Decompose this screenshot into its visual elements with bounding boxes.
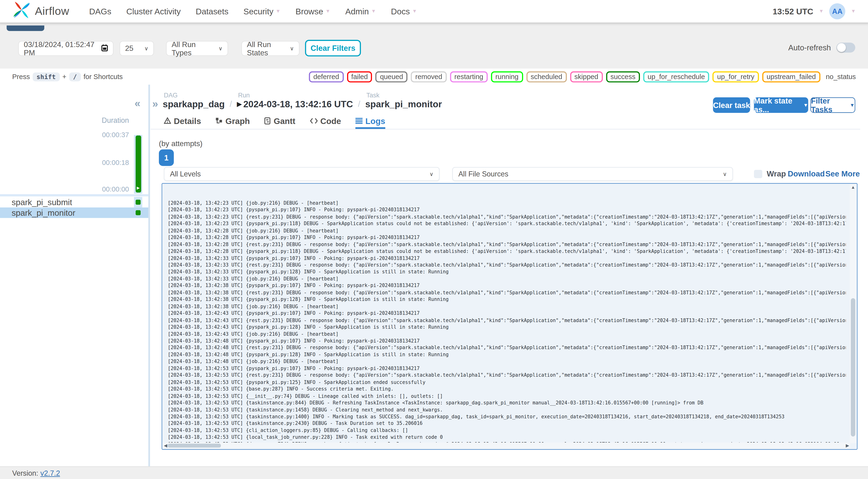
chevron-down-icon[interactable]: ▼ (851, 8, 856, 14)
collapse-sidebar-button[interactable]: « (134, 97, 140, 109)
attempt-1-button[interactable]: 1 (159, 150, 174, 166)
state-badge[interactable]: up_for_retry (713, 71, 759, 82)
dag-link[interactable]: sparkapp_dag (163, 99, 225, 109)
tab-code[interactable]: Code (310, 117, 341, 129)
task-row-spark-pi-submit[interactable]: spark_pi_submit (0, 197, 148, 207)
calendar-icon[interactable] (101, 44, 108, 53)
log-line: [2024-03-18, 13:42:28 UTC] {pyspark_pi.p… (167, 234, 846, 241)
nav-item-dags[interactable]: DAGs (89, 6, 111, 16)
log-line: [2024-03-18, 13:42:43 UTC] {rest.py:231}… (167, 317, 846, 323)
wrap-label: Wrap (767, 169, 786, 178)
log-line: [2024-03-18, 13:42:28 UTC] {pyspark_pi.p… (167, 248, 846, 255)
task-status-square-success[interactable] (135, 210, 141, 215)
utc-clock[interactable]: 13:52 UTC (773, 6, 813, 16)
dag-run-duration-bar[interactable] (135, 135, 141, 192)
log-line: [2024-03-18, 13:42:53 UTC] {taskinstance… (167, 400, 846, 406)
tab-logs[interactable]: Logs (355, 117, 385, 129)
task-name[interactable]: spark_pi_monitor (11, 208, 75, 217)
duration-axis-title: Duration (102, 116, 129, 124)
airflow-brand[interactable]: Airflow (12, 0, 69, 22)
log-line: [2024-03-18, 13:42:48 UTC] {pyspark_pi.p… (167, 351, 846, 358)
chevron-down-icon[interactable]: ▼ (819, 8, 824, 14)
state-badge[interactable]: deferred (309, 71, 343, 82)
log-line: [2024-03-18, 13:42:38 UTC] {pyspark_pi.p… (167, 296, 846, 303)
log-line: [2024-03-18, 13:42:53 UTC] {base.py:287}… (167, 386, 846, 392)
log-source-select[interactable]: All File Sources∨ (452, 167, 733, 181)
see-more-link[interactable]: See More (826, 169, 860, 178)
version-link[interactable]: v2.7.2 (40, 469, 60, 477)
clipped-button-fragment[interactable] (7, 25, 44, 31)
log-line: [2024-03-18, 13:42:53 UTC] {pyspark_pi.p… (167, 365, 846, 372)
run-states-select[interactable]: All Run States∨ (241, 41, 300, 56)
task-link[interactable]: spark_pi_monitor (365, 99, 442, 109)
nav-item-admin[interactable]: Admin▼ (345, 6, 376, 16)
vertical-scrollbar[interactable]: ▲ (850, 184, 856, 443)
state-badge[interactable]: removed (411, 71, 446, 82)
horizontal-scrollbar[interactable]: ◀ ▶ (163, 443, 850, 449)
task-row-spark-pi-monitor[interactable]: spark_pi_monitor (0, 207, 148, 218)
download-log-link[interactable]: Download (788, 169, 825, 178)
expand-panel-button[interactable]: » (152, 98, 158, 110)
footer: Version: v2.7.2 (0, 466, 868, 479)
state-badge[interactable]: failed (347, 71, 372, 82)
nav-item-docs[interactable]: Docs▼ (391, 6, 417, 16)
wrap-checkbox[interactable] (754, 170, 762, 178)
log-level-select[interactable]: All Levels∨ (164, 167, 439, 181)
log-lines: [2024-03-18, 13:42:23 UTC] {job.py:216} … (167, 186, 846, 443)
chevron-down-icon: ∨ (290, 45, 294, 52)
log-line: [2024-03-18, 13:42:53 UTC] {taskinstance… (167, 420, 846, 427)
breadcrumb-run: Run ▶2024-03-18, 13:42:16 UTC (237, 92, 353, 109)
manual-run-icon: ▶ (237, 101, 242, 108)
clear-filters-button[interactable]: Clear Filters (305, 40, 361, 57)
task-name[interactable]: spark_pi_submit (11, 197, 72, 207)
scroll-left-icon[interactable]: ◀ (164, 444, 167, 448)
state-badge[interactable]: restarting (450, 71, 488, 82)
state-badge[interactable]: running (491, 71, 523, 82)
tab-graph[interactable]: Graph (215, 117, 250, 129)
filter-bar: 03/18/2024, 01:52:47 PM 25∨ All Run Type… (0, 23, 868, 68)
auto-refresh-toggle[interactable] (836, 42, 855, 53)
log-output-panel[interactable]: [2024-03-18, 13:42:23 UTC] {job.py:216} … (162, 183, 858, 450)
state-badge[interactable]: skipped (570, 71, 603, 82)
horizontal-scroll-thumb[interactable] (167, 444, 221, 447)
slash-key: / (69, 72, 81, 81)
no-status-label[interactable]: no_status (826, 73, 856, 81)
breadcrumb: DAG sparkapp_dag / Run ▶2024-03-18, 13:4… (163, 92, 442, 109)
duration-tick: 00:00:37 (102, 131, 129, 139)
page-size-select[interactable]: 25∨ (120, 41, 154, 56)
scroll-up-icon[interactable]: ▲ (850, 185, 856, 190)
date-filter-input[interactable]: 03/18/2024, 01:52:47 PM (18, 41, 114, 56)
clear-task-button[interactable]: Clear task (713, 97, 750, 113)
log-line: [2024-03-18, 13:42:53 UTC] {pyspark_pi.p… (167, 379, 846, 386)
nav-menu: DAGs Cluster Activity Datasets Security▼… (89, 6, 417, 16)
avatar[interactable]: AA (829, 3, 845, 19)
log-line: [2024-03-18, 13:42:43 UTC] {pyspark_pi.p… (167, 310, 846, 317)
mark-state-button[interactable]: Mark state as...▼ (754, 97, 808, 113)
graph-icon (215, 117, 223, 124)
nav-item-security[interactable]: Security▼ (243, 6, 281, 16)
breadcrumb-separator: / (230, 99, 232, 109)
toggle-knob (837, 43, 846, 52)
log-line: [2024-03-18, 13:42:38 UTC] {pyspark_pi.p… (167, 282, 846, 289)
run-types-select[interactable]: All Run Types∨ (166, 41, 228, 56)
nav-item-cluster-activity[interactable]: Cluster Activity (126, 6, 181, 16)
state-badge[interactable]: success (606, 71, 640, 82)
nav-item-browse[interactable]: Browse▼ (296, 6, 330, 16)
filter-tasks-button[interactable]: Filter Tasks▼ (810, 97, 855, 113)
state-badge[interactable]: upstream_failed (762, 71, 820, 82)
state-badge[interactable]: up_for_reschedule (643, 71, 709, 82)
scroll-right-icon[interactable]: ▶ (846, 444, 849, 448)
nav-item-datasets[interactable]: Datasets (196, 6, 228, 16)
state-badge[interactable]: scheduled (526, 71, 567, 82)
tab-gantt[interactable]: Gantt (265, 117, 296, 129)
version-label: Version: (12, 469, 38, 477)
auto-refresh-label: Auto-refresh (788, 43, 831, 52)
panel-divider[interactable] (148, 85, 150, 466)
vertical-scroll-thumb[interactable] (851, 298, 855, 437)
tab-details[interactable]: Details (164, 117, 201, 129)
run-link[interactable]: ▶2024-03-18, 13:42:16 UTC (237, 99, 353, 109)
state-badge[interactable]: queued (375, 71, 407, 82)
task-status-square-success[interactable] (135, 200, 141, 205)
log-line: [2024-03-18, 13:42:53 UTC] {dagrun.py:73… (167, 441, 846, 443)
log-line: [2024-03-18, 13:42:53 UTC] {taskinstance… (167, 413, 846, 420)
